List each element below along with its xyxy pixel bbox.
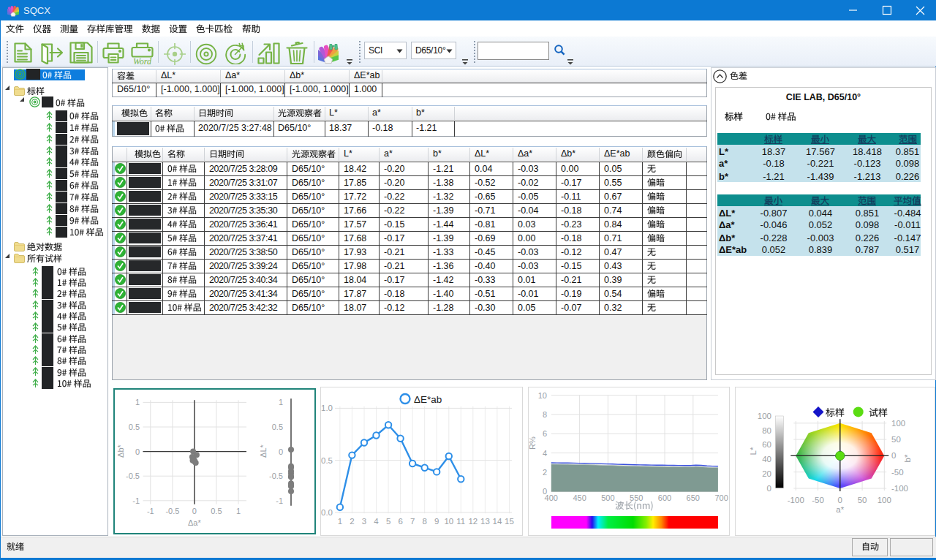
svg-text:2: 2: [543, 468, 547, 477]
svg-text:600: 600: [658, 493, 671, 502]
svg-text:0: 0: [891, 451, 896, 460]
svg-text:-50: -50: [891, 468, 904, 477]
svg-text:5: 5: [386, 517, 390, 526]
svg-text:0.5: 0.5: [211, 507, 222, 515]
svg-text:8: 8: [422, 517, 426, 526]
svg-text:L*: L*: [749, 447, 758, 455]
svg-text:50: 50: [858, 496, 867, 504]
svg-text:500: 500: [601, 493, 614, 502]
svg-text:11: 11: [456, 517, 465, 526]
svg-text:60: 60: [762, 440, 771, 449]
svg-text:700: 700: [714, 493, 728, 502]
svg-text:50: 50: [891, 435, 901, 444]
svg-text:0: 0: [192, 507, 197, 515]
svg-text:0.5: 0.5: [321, 456, 333, 465]
svg-text:100: 100: [878, 496, 891, 504]
svg-text:4: 4: [374, 517, 379, 526]
svg-text:9: 9: [434, 517, 439, 526]
svg-text:10: 10: [538, 391, 547, 400]
svg-text:Word: Word: [133, 56, 152, 65]
svg-text:-1: -1: [276, 496, 283, 505]
svg-text:2: 2: [350, 517, 354, 526]
svg-text:7: 7: [410, 517, 415, 526]
svg-text:0: 0: [135, 447, 140, 456]
svg-text:40: 40: [762, 455, 771, 463]
svg-text:-1: -1: [132, 496, 140, 505]
svg-text:1: 1: [135, 398, 140, 406]
svg-text:450: 450: [573, 493, 586, 502]
svg-text:20: 20: [762, 469, 771, 478]
svg-text:14: 14: [493, 517, 502, 526]
svg-text:ΔE*ab: ΔE*ab: [414, 394, 442, 405]
svg-text:R%: R%: [528, 436, 537, 450]
svg-text:0.5: 0.5: [129, 423, 140, 431]
svg-text:100: 100: [891, 419, 905, 428]
svg-text:b*: b*: [903, 454, 912, 462]
svg-text:1: 1: [338, 517, 342, 526]
svg-text:6: 6: [543, 429, 547, 438]
svg-text:15: 15: [505, 517, 514, 526]
svg-text:400: 400: [545, 493, 558, 502]
svg-text:-0.5: -0.5: [126, 472, 140, 480]
svg-text:0.0: 0.0: [321, 508, 333, 517]
svg-text:0: 0: [838, 496, 842, 504]
svg-text:8: 8: [543, 410, 547, 419]
svg-text:-1: -1: [147, 507, 154, 515]
svg-text:1: 1: [279, 398, 283, 406]
svg-text:10: 10: [444, 517, 453, 526]
svg-text:4: 4: [543, 449, 547, 458]
svg-text:Δa*: Δa*: [188, 518, 201, 527]
svg-text:13: 13: [480, 517, 490, 526]
svg-text:-50: -50: [812, 496, 824, 504]
svg-text:12: 12: [468, 517, 478, 526]
svg-text:0.5: 0.5: [272, 423, 283, 431]
svg-text:100: 100: [758, 412, 771, 420]
svg-text:6: 6: [398, 517, 402, 526]
svg-text:Δb*: Δb*: [116, 444, 125, 457]
svg-text:-100: -100: [788, 496, 804, 504]
svg-text:0: 0: [279, 447, 283, 456]
svg-text:ΔL*: ΔL*: [259, 444, 268, 457]
svg-text:0: 0: [767, 484, 771, 493]
svg-text:-0.5: -0.5: [269, 472, 283, 480]
svg-text:-100: -100: [891, 484, 908, 493]
svg-text:80: 80: [762, 426, 771, 435]
svg-text:-0.5: -0.5: [165, 507, 179, 515]
svg-text:1: 1: [236, 507, 241, 515]
svg-text:3: 3: [362, 517, 366, 526]
svg-text:1.0: 1.0: [321, 404, 333, 412]
svg-text:a*: a*: [836, 505, 844, 514]
svg-text:650: 650: [687, 493, 700, 502]
